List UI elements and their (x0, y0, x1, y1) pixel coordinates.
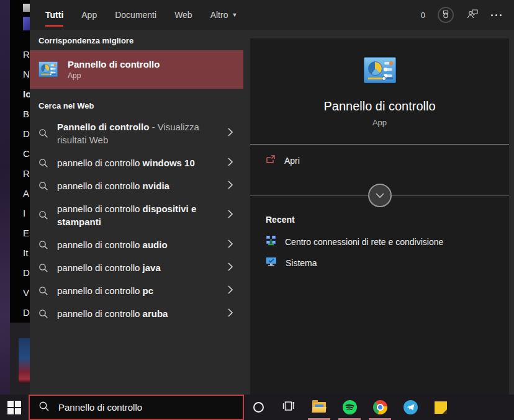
tab-label: Tutti (45, 10, 63, 20)
suggestion-text-emphasis: java (143, 262, 161, 273)
chevron-right-icon[interactable] (227, 285, 233, 297)
recent-item[interactable]: Centro connessioni di rete e condivision… (250, 231, 509, 252)
search-filter-tabbar: Tutti App Documenti Web Altro ▼ 0 (30, 0, 514, 30)
detail-title: Pannello di controllo (250, 99, 509, 114)
search-input[interactable] (57, 401, 225, 413)
feedback-person-icon[interactable] (466, 8, 479, 22)
search-icon (38, 158, 48, 168)
background-window-app-icon (23, 17, 30, 30)
bg-letter: V (23, 288, 30, 297)
open-action[interactable]: Apri (250, 145, 509, 167)
chevron-right-icon[interactable] (227, 157, 233, 169)
search-icon (38, 128, 48, 138)
tab-documenti[interactable]: Documenti (115, 0, 156, 30)
start-button[interactable] (0, 395, 29, 420)
best-match-subtitle: App (68, 71, 160, 80)
suggestion-text-emphasis: windows 10 (143, 158, 195, 168)
suggestion-row[interactable]: pannello di controllo aruba (30, 302, 243, 325)
chevron-right-icon[interactable] (227, 180, 233, 192)
suggestion-text: pannello di controllo (57, 262, 143, 273)
tab-web[interactable]: Web (174, 0, 192, 30)
recent-item[interactable]: Sistema (250, 252, 509, 274)
suggestion-row[interactable]: pannello di controllo dispositivi e stam… (30, 197, 243, 233)
rewards-medal-icon[interactable] (438, 7, 454, 23)
bg-letter: Io (23, 89, 30, 99)
background-thumbnail-image (19, 338, 30, 383)
control-panel-icon-large (364, 57, 396, 83)
suggestion-row[interactable]: pannello di controllo audio (30, 233, 243, 256)
task-view-button[interactable] (276, 395, 301, 420)
tab-tutti[interactable]: Tutti (45, 0, 63, 30)
bg-letter: A (23, 189, 30, 198)
suggestion-text-emphasis: audio (143, 239, 168, 250)
more-options-icon[interactable] (491, 14, 502, 16)
search-icon (38, 263, 48, 273)
suggestion-row[interactable]: Pannello di controllo - Visualizza risul… (30, 115, 243, 151)
spotify-icon (343, 400, 357, 414)
chevron-right-icon[interactable] (227, 262, 233, 274)
suggestion-row[interactable]: pannello di controllo nvidia (30, 174, 243, 197)
suggestion-text: pannello di controllo (57, 308, 143, 319)
tab-label: Web (174, 10, 192, 20)
chevron-down-icon[interactable] (368, 184, 392, 207)
bg-letter: B (23, 109, 30, 118)
recent-list: Centro connessioni di rete e condivision… (250, 231, 509, 274)
chevron-right-icon[interactable] (227, 127, 233, 140)
bg-letter: D (23, 268, 30, 277)
bg-letter: D (23, 308, 30, 317)
dropdown-caret-icon: ▼ (232, 12, 237, 18)
web-search-header: Cerca nel Web (30, 95, 243, 115)
tab-app[interactable]: App (81, 0, 97, 30)
bg-letter: E (23, 228, 30, 238)
cortana-button[interactable] (246, 395, 271, 420)
sticky-notes-button[interactable] (428, 395, 453, 420)
search-flyout: Tutti App Documenti Web Altro ▼ 0 (30, 0, 514, 395)
sticky-notes-icon (435, 401, 447, 414)
chevron-right-icon[interactable] (227, 209, 233, 221)
background-window-toolbar-icon (23, 4, 30, 12)
chevron-right-icon[interactable] (227, 308, 233, 320)
suggestion-text: pannello di controllo (57, 285, 143, 296)
windows-logo-icon (7, 401, 21, 414)
tab-altro[interactable]: Altro ▼ (210, 0, 238, 30)
bg-letter: It (23, 248, 30, 257)
recent-item-label: Centro connessioni di rete e condivision… (285, 237, 443, 247)
suggestion-text-emphasis: aruba (143, 308, 168, 319)
suggestion-row[interactable]: pannello di controllo pc (30, 279, 243, 302)
tab-label: Altro (210, 10, 228, 20)
open-label: Apri (284, 156, 300, 166)
spotify-button[interactable] (337, 395, 362, 420)
detail-area: Pannello di controllo App Apri (243, 30, 514, 395)
suggestion-text: Pannello di controllo (57, 122, 149, 132)
suggestion-row[interactable]: pannello di controllo java (30, 256, 243, 279)
chevron-right-icon[interactable] (227, 239, 233, 251)
suggestion-text-emphasis: pc (143, 285, 154, 296)
chrome-button[interactable] (367, 395, 392, 420)
file-explorer-icon (312, 402, 326, 413)
bg-letter: R (23, 169, 30, 178)
detail-panel: Pannello di controllo App Apri (250, 38, 509, 395)
file-explorer-button[interactable] (307, 395, 331, 420)
search-icon (38, 181, 48, 191)
tab-label: App (81, 10, 97, 20)
best-match-header: Corrispondenza migliore (30, 30, 243, 50)
suggestion-row[interactable]: pannello di controllo windows 10 (30, 151, 243, 174)
telegram-icon (404, 400, 418, 414)
chrome-icon (373, 400, 387, 414)
flyout-body: Corrispondenza migliore Pannello di cont… (30, 30, 514, 395)
best-match-title: Pannello di controllo (68, 59, 160, 69)
best-match-text: Pannello di controllo App (68, 59, 160, 80)
network-sharing-icon (266, 235, 276, 248)
suggestion-text: pannello di controllo (57, 203, 143, 214)
best-match-result[interactable]: Pannello di controllo App (30, 50, 243, 89)
search-icon (38, 309, 48, 319)
taskbar-buttons (246, 395, 459, 420)
cortana-icon (253, 402, 264, 413)
tabbar-right-actions: 0 (421, 7, 514, 23)
desktop-wallpaper (0, 0, 10, 420)
web-suggestions: Pannello di controllo - Visualizza risul… (30, 115, 243, 325)
telegram-button[interactable] (398, 395, 423, 420)
taskbar (0, 395, 514, 420)
taskbar-search-box[interactable] (29, 395, 244, 420)
bg-letter: N (23, 69, 30, 79)
